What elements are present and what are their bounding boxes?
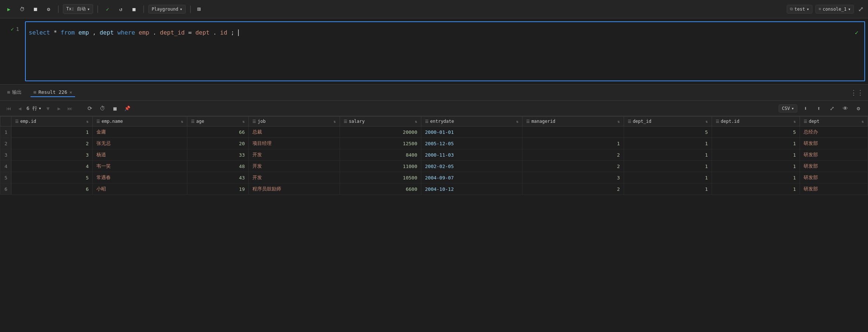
cell-age: 33 xyxy=(187,149,249,161)
run-button[interactable]: ▶ xyxy=(4,4,14,14)
toolbar-right: ⧉ test ▾ ≡ console_1 ▾ ⤢ xyxy=(787,5,864,14)
field-emp: emp xyxy=(139,29,149,36)
cell-age: 66 xyxy=(187,126,249,138)
nav-next-button[interactable]: ▶ xyxy=(54,104,63,113)
cell-age: 19 xyxy=(187,183,249,195)
cell-salary: 12500 xyxy=(340,138,421,149)
rows-indicator: 6 行 ▾ xyxy=(26,105,41,112)
keyword-from: from xyxy=(61,29,75,36)
th-emp-name[interactable]: ☰ emp.name ⇅ xyxy=(93,117,187,126)
nav-down-button[interactable]: ▼ xyxy=(43,104,52,113)
cell-entrydate: 2005-12-05 xyxy=(421,138,522,149)
cell-dept-name: 研发部 xyxy=(800,172,868,183)
col-label-salary: salary xyxy=(349,119,365,124)
line-1-number: ✓ 1 xyxy=(3,23,19,35)
cell-dept-name: 研发部 xyxy=(800,149,868,161)
rows-dropdown[interactable]: ▾ xyxy=(39,106,42,111)
check-button[interactable]: ✓ xyxy=(102,4,113,14)
playground-dropdown[interactable]: Playground ▾ xyxy=(148,5,185,14)
results-toolbar: ⏮ ◀ 6 行 ▾ ▼ ▶ ⏭ ⟳ ⏱ ■ 📌 CSV ▾ ⬇ ⬆ ⤢ 👁 ⚙ xyxy=(0,101,868,116)
stop-button[interactable]: ⏹ xyxy=(30,4,40,14)
cell-emp-name: 常遇春 xyxy=(93,172,187,183)
data-table-container: ☰ emp.id ⇅ ☰ emp.name ⇅ xyxy=(0,116,868,332)
output-tab[interactable]: ⊞ 输出 xyxy=(4,88,25,98)
cell-emp-name: 金庸 xyxy=(93,126,187,138)
line-check-icon: ✓ xyxy=(11,23,14,35)
sort-dept-name[interactable]: ⇅ xyxy=(862,119,864,124)
th-salary[interactable]: ☰ salary ⇅ xyxy=(340,117,421,126)
cell-salary: 6600 xyxy=(340,183,421,195)
result-tab[interactable]: ⊞ Result 226 ✕ xyxy=(31,88,75,97)
sort-dept-id[interactable]: ⇅ xyxy=(706,119,708,124)
sort-entrydate[interactable]: ⇅ xyxy=(516,119,518,124)
test-dropdown[interactable]: ⧉ test ▾ xyxy=(787,5,812,14)
comma-punct: , xyxy=(92,29,96,36)
settings-button[interactable]: ⚙ xyxy=(43,4,54,14)
col-icon-dept-id2: ☰ xyxy=(716,119,719,124)
nav-prev-button[interactable]: ◀ xyxy=(15,104,24,113)
cell-emp-id: 6 xyxy=(11,183,93,195)
table-icon-button[interactable]: ⊞ xyxy=(195,4,203,14)
results-stop-button[interactable]: ■ xyxy=(110,103,120,114)
results-timer-button[interactable]: ⏱ xyxy=(97,103,107,114)
resize2-button[interactable]: ⤢ xyxy=(827,103,837,114)
col-icon-salary: ☰ xyxy=(344,119,347,124)
separator-3 xyxy=(144,6,144,13)
cell-entrydate: 2000-11-03 xyxy=(421,149,522,161)
cell-managerid: 2 xyxy=(522,183,624,195)
refresh-button[interactable]: ⟳ xyxy=(85,103,95,114)
cell-row-num: 5 xyxy=(0,172,11,183)
nav-first-button[interactable]: ⏮ xyxy=(4,104,13,113)
th-dept-name[interactable]: ☰ dept ⇅ xyxy=(800,117,868,126)
tx-dropdown[interactable]: Tx: 自动 ▾ xyxy=(63,4,93,14)
table-row: 1 1 金庸 66 总裁 20000 2000-01-01 5 5 总经办 xyxy=(0,126,868,138)
stop2-button[interactable]: ■ xyxy=(129,4,139,14)
sql-editor[interactable]: select * from emp , dept where emp . dep… xyxy=(25,21,865,81)
nav-last-button[interactable]: ⏭ xyxy=(65,104,74,113)
download-button[interactable]: ⬇ xyxy=(800,103,811,114)
cell-row-num: 4 xyxy=(0,161,11,172)
th-dept-id2[interactable]: ☰ dept.id ⇅ xyxy=(712,117,800,126)
results-settings-button[interactable]: ⚙ xyxy=(853,103,864,114)
cell-job: 开发 xyxy=(249,149,340,161)
results-tabs-menu[interactable]: ⋮⋮ xyxy=(850,89,864,96)
undo-button[interactable]: ↺ xyxy=(116,4,126,14)
sort-salary[interactable]: ⇅ xyxy=(415,119,417,124)
expand-button[interactable]: ⤢ xyxy=(857,6,864,13)
th-dept-id[interactable]: ☰ dept_id ⇅ xyxy=(624,117,712,126)
result-tab-close[interactable]: ✕ xyxy=(70,90,72,95)
timer-button[interactable]: ⏱ xyxy=(17,4,27,14)
th-job[interactable]: ☰ job ⇅ xyxy=(249,117,340,126)
th-entrydate[interactable]: ☰ entrydate ⇅ xyxy=(421,117,522,126)
sort-managerid[interactable]: ⇅ xyxy=(618,119,620,124)
col-label-entrydate: entrydate xyxy=(430,119,454,124)
results-toolbar-right: CSV ▾ ⬇ ⬆ ⤢ 👁 ⚙ xyxy=(779,103,864,114)
th-managerid[interactable]: ☰ managerid ⇅ xyxy=(522,117,624,126)
pin-button[interactable]: 📌 xyxy=(122,103,132,114)
col-icon-emp-name: ☰ xyxy=(96,119,100,124)
csv-dropdown[interactable]: CSV ▾ xyxy=(779,104,797,113)
cell-entrydate: 2002-02-05 xyxy=(421,161,522,172)
upload-button[interactable]: ⬆ xyxy=(814,103,824,114)
cell-dept-name: 研发部 xyxy=(800,183,868,195)
th-emp-id[interactable]: ☰ emp.id ⇅ xyxy=(11,117,93,126)
col-label-job: job xyxy=(258,119,266,124)
col-label-age: age xyxy=(196,119,204,124)
cell-dept-id: 1 xyxy=(624,172,712,183)
test-arrow: ▾ xyxy=(807,7,809,12)
cell-managerid xyxy=(522,126,624,138)
sort-emp-id[interactable]: ⇅ xyxy=(86,119,89,124)
dot2: . xyxy=(213,29,217,36)
th-age[interactable]: ☰ age ⇅ xyxy=(187,117,249,126)
sort-age[interactable]: ⇅ xyxy=(242,119,245,124)
cell-emp-id: 4 xyxy=(11,161,93,172)
sort-emp-name[interactable]: ⇅ xyxy=(181,119,183,124)
sort-dept-id2[interactable]: ⇅ xyxy=(794,119,796,124)
cell-job: 总裁 xyxy=(249,126,340,138)
col-label-managerid: managerid xyxy=(531,119,555,124)
console-dropdown[interactable]: ≡ console_1 ▾ xyxy=(815,5,854,14)
cell-managerid: 1 xyxy=(522,138,624,149)
result-tab-label: Result 226 xyxy=(38,89,67,95)
sort-job[interactable]: ⇅ xyxy=(334,119,336,124)
eye-button[interactable]: 👁 xyxy=(840,103,850,114)
